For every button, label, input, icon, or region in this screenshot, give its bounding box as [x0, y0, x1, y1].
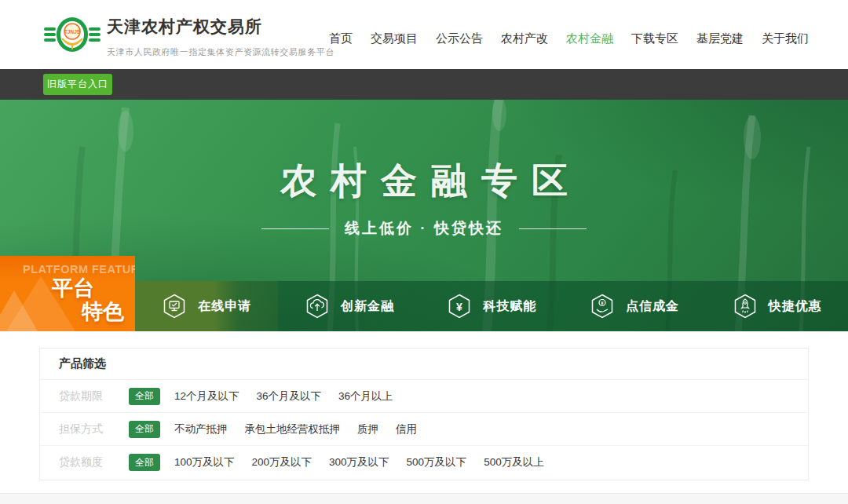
filter-option[interactable]: 质押: [357, 422, 378, 436]
hero-title: 农村金融专区: [0, 157, 848, 206]
old-platform-entry-button[interactable]: 旧版平台入口: [43, 74, 112, 95]
filter-option[interactable]: 36个月以上: [338, 389, 393, 404]
filter-option[interactable]: 500万及以上: [484, 455, 544, 469]
filter-row-label: 贷款期限: [59, 389, 109, 404]
nav-home[interactable]: 首页: [329, 31, 353, 46]
nav-trade-projects[interactable]: 交易项目: [371, 31, 418, 46]
ribbon-line2: 特色: [82, 298, 124, 326]
svg-text:¥: ¥: [457, 301, 463, 313]
platform-features-ribbon: PLATFORM FEATURES 平台 特色: [0, 256, 135, 331]
filter-option[interactable]: 300万及以下: [329, 455, 389, 469]
feature-label: 科技赋能: [483, 298, 536, 315]
footer-strip: [0, 493, 848, 504]
nav-party-building[interactable]: 基层党建: [696, 31, 744, 46]
subtitle-right-line: [519, 228, 587, 229]
svg-text:¥: ¥: [601, 301, 604, 305]
site-title: 天津农村产权交易所: [107, 16, 334, 38]
yen-icon: ¥: [446, 293, 473, 320]
filter-row-label: 贷款额度: [59, 455, 109, 469]
nav-about-us[interactable]: 关于我们: [762, 31, 809, 46]
filter-option[interactable]: 信用: [396, 422, 417, 436]
filter-option[interactable]: 36个月及以下: [257, 389, 322, 404]
utility-bar: 旧版平台入口: [0, 69, 848, 100]
filter-options: 不动产抵押 承包土地经营权抵押 质押 信用: [174, 422, 417, 436]
feature-innovative-finance[interactable]: 创新金融: [278, 281, 421, 331]
filter-option[interactable]: 100万及以下: [174, 455, 235, 469]
filter-row-guarantee-method: 担保方式 全部 不动产抵押 承包土地经营权抵押 质押 信用: [40, 413, 808, 446]
feature-credit-to-gold[interactable]: ¥ 点信成金: [563, 281, 706, 331]
hero-banner: 农村金融专区 线上低价 · 快贷快还 在线申请: [0, 100, 848, 331]
feature-label: 快捷优惠: [769, 298, 822, 315]
nav-public-notice[interactable]: 公示公告: [436, 31, 483, 46]
product-filter-card: 产品筛选 贷款期限 全部 12个月及以下 36个月及以下 36个月以上 担保方式…: [39, 348, 809, 480]
filter-option[interactable]: 12个月及以下: [174, 389, 239, 404]
rocket-icon: [732, 293, 758, 320]
hero-subtitle: 线上低价 · 快贷快还: [345, 218, 503, 239]
guarantee-all-button[interactable]: 全部: [129, 421, 160, 438]
filter-title: 产品筛选: [59, 356, 106, 371]
filter-option[interactable]: 500万及以下: [407, 455, 467, 469]
feature-label: 点信成金: [626, 298, 679, 315]
subtitle-left-line: [261, 228, 329, 229]
site-header: TJNJS 天津农村产权交易所 天津市人民政府唯一指定集体资产资源流转交易服务平…: [0, 0, 848, 69]
filter-option[interactable]: 不动产抵押: [174, 422, 228, 436]
brand-block: 天津农村产权交易所 天津市人民政府唯一指定集体资产资源流转交易服务平台: [107, 16, 334, 58]
filter-options: 12个月及以下 36个月及以下 36个月以上: [174, 389, 393, 404]
filter-row-label: 担保方式: [59, 422, 109, 436]
hero-subtitle-row: 线上低价 · 快贷快还: [0, 218, 848, 239]
loan-term-all-button[interactable]: 全部: [129, 388, 160, 405]
feature-strip: 在线申请 创新金融 ¥ 科技赋能: [135, 281, 848, 331]
filter-row-loan-term: 贷款期限 全部 12个月及以下 36个月及以下 36个月以上: [40, 380, 808, 413]
filter-header: 产品筛选: [40, 349, 808, 380]
filter-option[interactable]: 承包土地经营权抵押: [245, 422, 341, 436]
feature-quick-discount[interactable]: 快捷优惠: [705, 281, 848, 331]
nav-rural-finance[interactable]: 农村金融: [566, 31, 613, 46]
feature-online-apply[interactable]: 在线申请: [135, 281, 278, 331]
feature-label: 在线申请: [198, 298, 251, 315]
monitor-icon: [161, 293, 188, 320]
page: TJNJS 天津农村产权交易所 天津市人民政府唯一指定集体资产资源流转交易服务平…: [0, 0, 848, 504]
cloud-upload-icon: [304, 293, 331, 320]
nav-rural-reform[interactable]: 农村产改: [501, 31, 548, 46]
hand-coin-icon: ¥: [589, 293, 616, 320]
top-nav: 首页 交易项目 公示公告 农村产改 农村金融 下载专区 基层党建 关于我们: [329, 31, 809, 46]
filter-option[interactable]: 200万及以下: [252, 455, 313, 469]
filter-options: 100万及以下 200万及以下 300万及以下 500万及以下 500万及以上: [174, 455, 544, 469]
loan-amount-all-button[interactable]: 全部: [129, 454, 160, 471]
svg-text:TJNJS: TJNJS: [64, 29, 81, 35]
feature-label: 创新金融: [341, 298, 394, 315]
nav-downloads[interactable]: 下载专区: [631, 31, 678, 46]
site-logo[interactable]: TJNJS: [44, 10, 101, 60]
site-subtitle: 天津市人民政府唯一指定集体资产资源流转交易服务平台: [107, 46, 334, 58]
feature-tech-empowerment[interactable]: ¥ 科技赋能: [420, 281, 563, 331]
logo-emblem-icon: TJNJS: [44, 10, 101, 60]
filter-row-loan-amount: 贷款额度 全部 100万及以下 200万及以下 300万及以下 500万及以下 …: [40, 446, 808, 479]
